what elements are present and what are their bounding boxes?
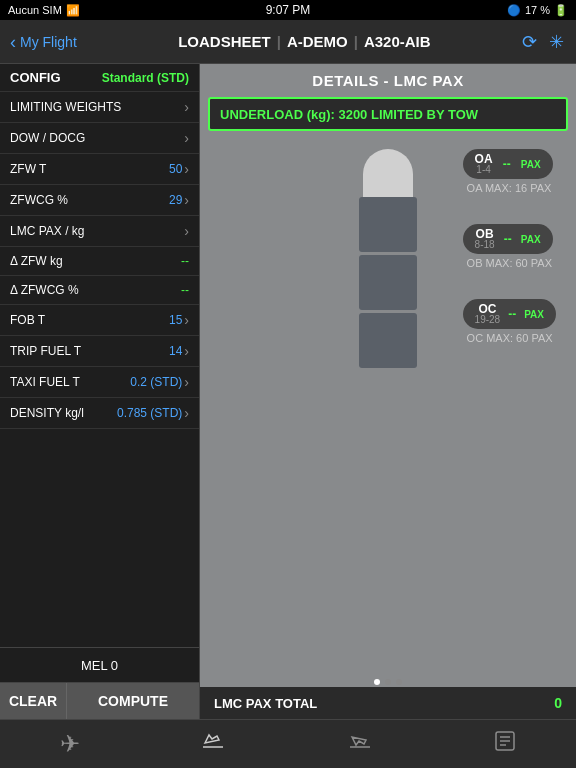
menu-item-4[interactable]: LMC PAX / kg› bbox=[0, 216, 199, 247]
menu-item-chevron-8: › bbox=[184, 343, 189, 359]
nav-title-1: LOADSHEET bbox=[178, 33, 271, 50]
status-bar-right: 🔵 17 % 🔋 bbox=[507, 4, 568, 17]
menu-item-value-7: 15 bbox=[169, 313, 182, 327]
status-bar: Aucun SIM 📶 9:07 PM 🔵 17 % 🔋 bbox=[0, 0, 576, 20]
menu-item-label-10: DENSITY kg/l bbox=[10, 406, 84, 420]
zone-pill-oa: OA1-4--PAX bbox=[463, 149, 553, 179]
menu-item-2[interactable]: ZFW T50› bbox=[0, 154, 199, 185]
zone-oa[interactable]: OA1-4--PAXOA MAX: 16 PAX bbox=[463, 149, 556, 194]
cabin-zone-c bbox=[359, 313, 417, 368]
cabin-zone-b bbox=[359, 255, 417, 310]
menu-item-chevron-3: › bbox=[184, 192, 189, 208]
bottom-buttons: CLEAR COMPUTE bbox=[0, 682, 199, 719]
menu-item-chevron-2: › bbox=[184, 161, 189, 177]
menu-item-label-1: DOW / DOCG bbox=[10, 131, 85, 145]
zone-max-oa: OA MAX: 16 PAX bbox=[463, 182, 552, 194]
menu-item-7[interactable]: FOB T15› bbox=[0, 305, 199, 336]
departure-icon bbox=[199, 729, 227, 759]
menu-item-5[interactable]: Δ ZFW kg-- bbox=[0, 247, 199, 276]
lmc-total-bar: LMC PAX TOTAL 0 bbox=[200, 687, 576, 719]
zone-max-oc: OC MAX: 60 PAX bbox=[463, 332, 553, 344]
menu-item-label-8: TRIP FUEL T bbox=[10, 344, 81, 358]
menu-item-label-9: TAXI FUEL T bbox=[10, 375, 80, 389]
cabin-zone-a bbox=[359, 197, 417, 252]
config-value: Standard (STD) bbox=[102, 71, 189, 85]
menu-item-chevron-0: › bbox=[184, 99, 189, 115]
zones-right: OA1-4--PAXOA MAX: 16 PAXOB8-18--PAXOB MA… bbox=[463, 149, 556, 344]
config-label: CONFIG bbox=[10, 70, 61, 85]
nav-actions: ⟳ ✳ bbox=[522, 31, 576, 53]
zone-oc[interactable]: OC19-28--PAXOC MAX: 60 PAX bbox=[463, 299, 556, 344]
arrival-icon bbox=[346, 729, 374, 759]
menu-item-label-5: Δ ZFW kg bbox=[10, 254, 63, 268]
battery-label: 17 % bbox=[525, 4, 550, 16]
nav-title-group: LOADSHEET | A-DEMO | A320-AIB bbox=[87, 33, 522, 50]
back-label: My Flight bbox=[20, 34, 77, 50]
refresh-icon[interactable]: ⟳ bbox=[522, 31, 537, 53]
status-bar-time: 9:07 PM bbox=[266, 3, 311, 17]
clear-button[interactable]: CLEAR bbox=[0, 683, 67, 719]
menu-item-value-3: 29 bbox=[169, 193, 182, 207]
dot-3 bbox=[396, 679, 402, 685]
menu-item-8[interactable]: TRIP FUEL T14› bbox=[0, 336, 199, 367]
tab-notes[interactable] bbox=[485, 725, 525, 763]
battery-icon: 🔋 bbox=[554, 4, 568, 17]
right-panel: DETAILS - LMC PAX UNDERLOAD (kg): 3200 L… bbox=[200, 64, 576, 719]
mel-row: MEL 0 bbox=[0, 647, 199, 682]
zone-pill-oc: OC19-28--PAX bbox=[463, 299, 556, 329]
menu-item-chevron-10: › bbox=[184, 405, 189, 421]
menu-item-10[interactable]: DENSITY kg/l0.785 (STD)› bbox=[0, 398, 199, 429]
nav-sep-2: | bbox=[354, 33, 358, 50]
main-layout: CONFIG Standard (STD) LIMITING WEIGHTS›D… bbox=[0, 64, 576, 719]
settings-icon[interactable]: ✳ bbox=[549, 31, 564, 53]
menu-item-chevron-7: › bbox=[184, 312, 189, 328]
zone-unit-oa: PAX bbox=[521, 159, 541, 170]
left-panel: CONFIG Standard (STD) LIMITING WEIGHTS›D… bbox=[0, 64, 200, 719]
zone-ob[interactable]: OB8-18--PAXOB MAX: 60 PAX bbox=[463, 224, 556, 269]
tab-arrival[interactable] bbox=[338, 725, 382, 763]
menu-item-6[interactable]: Δ ZFWCG %-- bbox=[0, 276, 199, 305]
aircraft-body bbox=[359, 197, 417, 368]
zone-max-ob: OB MAX: 60 PAX bbox=[463, 257, 552, 269]
config-row: CONFIG Standard (STD) bbox=[0, 64, 199, 92]
zone-rows-oc: 19-28 bbox=[475, 315, 501, 325]
tab-loadsheet[interactable]: ✈ bbox=[52, 726, 88, 762]
underload-bar: UNDERLOAD (kg): 3200 LIMITED BY TOW bbox=[208, 97, 568, 131]
menu-item-label-0: LIMITING WEIGHTS bbox=[10, 100, 121, 114]
menu-item-chevron-4: › bbox=[184, 223, 189, 239]
menu-item-value-6: -- bbox=[181, 283, 189, 297]
dot-1 bbox=[374, 679, 380, 685]
back-button[interactable]: ‹ My Flight bbox=[0, 33, 87, 51]
zone-pill-ob: OB8-18--PAX bbox=[463, 224, 553, 254]
zone-value-oc: -- bbox=[508, 307, 516, 321]
tab-bar: ✈ bbox=[0, 719, 576, 768]
dot-2 bbox=[385, 679, 391, 685]
menu-item-3[interactable]: ZFWCG %29› bbox=[0, 185, 199, 216]
mel-label: MEL 0 bbox=[81, 658, 118, 673]
zone-rows-ob: 8-18 bbox=[475, 240, 495, 250]
lmc-total-value: 0 bbox=[554, 695, 562, 711]
menu-item-1[interactable]: DOW / DOCG› bbox=[0, 123, 199, 154]
pagination-dots bbox=[200, 675, 576, 687]
menu-items-container: LIMITING WEIGHTS›DOW / DOCG›ZFW T50›ZFWC… bbox=[0, 92, 199, 429]
details-header: DETAILS - LMC PAX bbox=[200, 64, 576, 97]
zone-unit-oc: PAX bbox=[524, 309, 544, 320]
aircraft-area: OA1-4--PAXOA MAX: 16 PAXOB8-18--PAXOB MA… bbox=[200, 139, 576, 675]
tab-departure[interactable] bbox=[191, 725, 235, 763]
zone-value-oa: -- bbox=[501, 157, 513, 171]
carrier-label: Aucun SIM bbox=[8, 4, 62, 16]
wifi-icon: 📶 bbox=[66, 4, 80, 17]
bluetooth-icon: 🔵 bbox=[507, 4, 521, 17]
menu-item-9[interactable]: TAXI FUEL T0.2 (STD)› bbox=[0, 367, 199, 398]
nav-title-2: A-DEMO bbox=[287, 33, 348, 50]
compute-button[interactable]: COMPUTE bbox=[67, 683, 199, 719]
menu-item-0[interactable]: LIMITING WEIGHTS› bbox=[0, 92, 199, 123]
nav-bar: ‹ My Flight LOADSHEET | A-DEMO | A320-AI… bbox=[0, 20, 576, 64]
menu-item-value-5: -- bbox=[181, 254, 189, 268]
menu-item-chevron-9: › bbox=[184, 374, 189, 390]
menu-item-value-2: 50 bbox=[169, 162, 182, 176]
menu-item-value-8: 14 bbox=[169, 344, 182, 358]
loadsheet-icon: ✈ bbox=[60, 730, 80, 758]
status-bar-left: Aucun SIM 📶 bbox=[8, 4, 80, 17]
menu-item-label-2: ZFW T bbox=[10, 162, 46, 176]
